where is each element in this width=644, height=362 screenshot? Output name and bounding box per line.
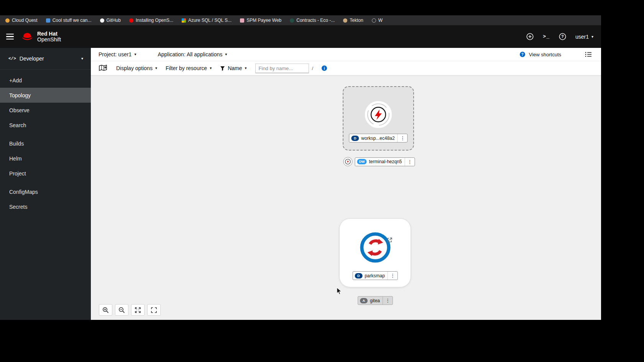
sidebar-nav: </> Developer ▾ +Add Topology Observe Se… [0, 48, 91, 320]
bookmark-azure-sql[interactable]: Azure SQL / SQL S... [182, 18, 232, 23]
topology-canvas[interactable]: D worksp...ec48a2 ⋮ DW t [91, 75, 601, 320]
terminal-node-label[interactable]: DW terminal-hezqn5 ⋮ [355, 157, 415, 166]
github-icon [100, 18, 104, 23]
node-label-text: terminal-hezqn5 [369, 159, 402, 164]
application-badge: A [360, 298, 368, 303]
chevron-down-icon: ▾ [210, 66, 212, 70]
workspace-node-label[interactable]: D worksp...ec48a2 ⋮ [349, 134, 407, 143]
parksmap-node-label[interactable]: D parksmap ⋮ [352, 271, 398, 280]
node-label-text: gitea [370, 298, 380, 303]
topology-view-icon[interactable] [99, 64, 108, 72]
list-view-toggle-icon[interactable] [585, 51, 592, 57]
bookmark-label: Contracts - Eco -... [296, 18, 335, 23]
sidebar-item-add[interactable]: +Add [0, 73, 91, 88]
folder-icon [46, 18, 50, 23]
bookmark-label: SPM Payee Web [246, 18, 281, 23]
bookmark-cloud-quest[interactable]: Cloud Quest [5, 18, 38, 23]
node-label-text: worksp...ec48a2 [361, 136, 394, 141]
perspective-label: Developer [20, 56, 44, 62]
deployment-badge: D [355, 273, 362, 278]
chevron-down-icon: ▾ [225, 52, 227, 56]
perspective-switcher[interactable]: </> Developer ▾ [0, 48, 91, 70]
bookmark-spm-payee[interactable]: SPM Payee Web [240, 18, 281, 23]
brand-red-hat: Red Hat [37, 31, 61, 37]
browser-bookmarks-bar: Cloud Quest Cool stuff we can... GitHub … [0, 15, 601, 25]
name-filter-dropdown[interactable]: Name ▾ [220, 65, 246, 71]
workspace-node-group: D worksp...ec48a2 ⋮ [343, 86, 414, 151]
kebab-menu-icon[interactable]: ⋮ [388, 272, 398, 280]
devworkspace-badge: DW [357, 159, 366, 164]
chevron-down-icon: ▾ [155, 66, 157, 70]
brand-openshift: OpenShift [37, 37, 61, 43]
bookmark-label: Azure SQL / SQL S... [188, 18, 232, 23]
bookmark-contracts[interactable]: Contracts - Eco -... [290, 18, 335, 23]
bookmark-label: Installing OpenS... [136, 18, 173, 23]
fit-to-screen-button[interactable] [131, 304, 145, 316]
masthead: Red Hat OpenShift >_ ? user1 ▾ [0, 25, 601, 48]
parksmap-node-group: D parksmap ⋮ [339, 218, 411, 287]
parksmap-app-icon [360, 232, 391, 263]
bookmark-label: Cool stuff we can... [53, 18, 92, 23]
view-shortcuts-link[interactable]: View shortcuts [529, 52, 561, 57]
node-label-text: parksmap [365, 273, 385, 278]
bookmark-label: Cloud Quest [12, 18, 38, 23]
contracts-icon [290, 18, 294, 23]
kebab-menu-icon[interactable]: ⋮ [383, 296, 393, 305]
devworkspace-decorator-icon[interactable] [343, 157, 352, 166]
canvas-controls [99, 304, 161, 316]
sidebar-item-topology[interactable]: Topology [0, 88, 91, 103]
deployment-badge: D [351, 136, 359, 141]
bookmark-w[interactable]: W [372, 18, 383, 23]
chevron-down-icon: ▾ [81, 57, 83, 61]
open-url-external-link-icon[interactable] [387, 237, 393, 243]
display-options-dropdown[interactable]: Display options ▾ [116, 65, 157, 71]
kebab-menu-icon[interactable]: ⋮ [398, 134, 407, 142]
zoom-in-button[interactable] [99, 304, 112, 316]
bookmark-github[interactable]: GitHub [100, 18, 121, 23]
redhat-openshift-logo: Red Hat OpenShift [21, 31, 61, 43]
terminal-node-group: DW terminal-hezqn5 ⋮ [343, 157, 415, 166]
web-terminal-icon[interactable]: >_ [543, 34, 550, 39]
display-options-label: Display options [116, 65, 153, 71]
quick-create-plus-icon[interactable] [526, 33, 534, 40]
sidebar-item-secrets[interactable]: Secrets [0, 199, 91, 214]
fullscreen-button[interactable] [147, 304, 161, 316]
project-dropdown[interactable]: Project: user1 ▾ [99, 51, 136, 57]
sidebar-item-project[interactable]: Project [0, 166, 91, 181]
spm-icon [240, 18, 244, 23]
bookmark-cool-stuff[interactable]: Cool stuff we can... [46, 18, 92, 23]
sidebar-item-observe[interactable]: Observe [0, 103, 91, 118]
cloud-quest-icon [5, 18, 10, 23]
kebab-menu-icon[interactable]: ⋮ [405, 158, 415, 166]
zoom-out-button[interactable] [115, 304, 128, 316]
chevron-down-icon: ▾ [134, 52, 136, 56]
filter-by-resource-dropdown[interactable]: Filter by resource ▾ [166, 65, 212, 71]
bookmark-installing-openshift[interactable]: Installing OpenS... [129, 18, 173, 23]
application-dropdown[interactable]: Application: All applications ▾ [158, 51, 227, 57]
devworkspace-lightning-icon [364, 100, 393, 129]
chevron-down-icon: ▾ [591, 35, 593, 39]
context-bar: Project: user1 ▾ Application: All applic… [91, 48, 601, 61]
sidebar-item-configmaps[interactable]: ConfigMaps [0, 184, 91, 199]
help-menu-icon[interactable]: ? [559, 33, 566, 40]
info-icon[interactable]: i [322, 66, 327, 71]
application-dropdown-label: Application: All applications [158, 51, 222, 57]
screen-viewport: Cloud Quest Cool stuff we can... GitHub … [0, 15, 601, 320]
find-by-name-input[interactable] [255, 64, 309, 73]
name-filter-label: Name [228, 65, 242, 71]
bookmark-label: Tekton [350, 18, 363, 23]
filter-funnel-icon [220, 66, 225, 71]
chevron-down-icon: ▾ [245, 66, 247, 70]
sidebar-item-search[interactable]: Search [0, 118, 91, 133]
slash-shortcut-hint: / [312, 66, 314, 71]
bookmark-tekton[interactable]: Tekton [343, 18, 363, 23]
sidebar-item-helm[interactable]: Helm [0, 151, 91, 166]
user-menu[interactable]: user1 ▾ [575, 34, 593, 40]
openshift-icon [129, 18, 133, 23]
gitea-group-label[interactable]: A gitea ⋮ [358, 296, 393, 305]
svg-text:?: ? [561, 34, 564, 39]
project-dropdown-label: Project: user1 [99, 51, 131, 57]
bookmark-label: W [378, 18, 383, 23]
nav-toggle-hamburger-icon[interactable] [6, 34, 14, 40]
sidebar-item-builds[interactable]: Builds [0, 136, 91, 151]
